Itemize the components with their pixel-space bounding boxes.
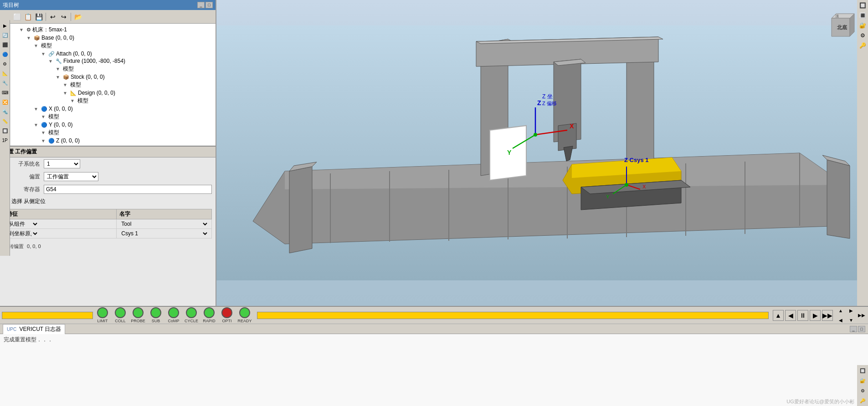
log-title-buttons: _ □ (850, 326, 865, 332)
indicator-probe[interactable]: PROBE (130, 307, 146, 323)
expand-machine[interactable]: ▼ (19, 27, 26, 32)
sidebar-icon-9[interactable]: 🔀 (0, 97, 10, 107)
indicator-coll[interactable]: COLL (112, 307, 128, 323)
toolbar-sep-1 (46, 13, 46, 21)
sidebar-icon-12[interactable]: 🔲 (0, 126, 10, 135)
indicator-coll-circle (115, 307, 126, 318)
indicator-sub-circle (150, 307, 161, 318)
transport-rewind[interactable]: ▲ (773, 310, 784, 321)
right-icon-5[interactable]: 🔑 (858, 41, 867, 50)
config-row-subsystem: 子系统名 1 (0, 157, 216, 170)
log-right-icon-2[interactable]: 🔐 (858, 376, 867, 385)
indicator-sub-label: SUB (152, 319, 160, 323)
sidebar-icon-7[interactable]: 🔧 (0, 78, 10, 87)
right-pb-icon-5[interactable]: ▶▶ (857, 311, 866, 320)
right-icon-3[interactable]: 🔐 (858, 21, 867, 30)
toolbar-undo[interactable]: ↩ (48, 12, 58, 22)
tree-item-model5[interactable]: ▼ 模型 (12, 112, 215, 121)
subsystem-select[interactable]: 1 (44, 159, 80, 168)
svg-marker-14 (827, 160, 850, 239)
svg-text:Z Csys 1: Z Csys 1 (624, 157, 648, 163)
offset-select[interactable]: 工作偏置 (44, 172, 98, 181)
indicator-opti[interactable]: OPTI (219, 307, 235, 323)
indicator-limit[interactable]: LIMIT (94, 307, 111, 323)
right-icon-2[interactable]: 🔳 (858, 11, 867, 20)
sidebar-icon-4[interactable]: 🔵 (0, 50, 10, 59)
sidebar-icon-6[interactable]: 📐 (0, 69, 10, 78)
tree-item-design[interactable]: ▼ 📐 Design (0, 0, 0) (12, 89, 215, 96)
tree-item-machine[interactable]: ▼ ⚙ 机床：5max-1 (12, 25, 215, 34)
log-message: 完成重置模型．．． (4, 336, 53, 343)
toolbar-folder[interactable]: 📂 (73, 12, 83, 22)
minimize-button[interactable]: _ (197, 2, 205, 8)
log-right-icon-1[interactable]: 🔲 (858, 366, 867, 375)
right-pb-icon-4[interactable]: ▼ (847, 315, 856, 325)
right-pb-icon-2[interactable]: ◀ (836, 315, 845, 325)
tree-item-attach[interactable]: ▼ 🔗 Attach (0, 0, 0) (12, 50, 215, 57)
origin-value-select[interactable]: Csys 1 (119, 230, 209, 237)
component-select[interactable]: 从组件 (7, 220, 39, 228)
indicator-cycle[interactable]: CYCLE (183, 307, 200, 323)
log-tab-label: VERICUT 日志器 (19, 326, 61, 332)
svg-text:X: X (570, 122, 574, 130)
right-playback-icons: ▲ ◀ (836, 306, 845, 325)
indicator-comp[interactable]: CoMP (165, 307, 182, 323)
bottom-area: LIMIT COLL PROBE SUB CoMP CYCLE (0, 306, 868, 406)
viewport-3d[interactable]: Z X Y Z 坐 Z 偏移 Z Csys 1 X Y (216, 0, 868, 306)
sidebar-icon-11[interactable]: 📏 (0, 117, 10, 126)
toolbar-open[interactable]: 📋 (23, 12, 33, 22)
register-input[interactable] (44, 185, 212, 194)
tree-item-base[interactable]: ▼ 📦 Base (0, 0, 0) (12, 34, 215, 41)
toolbar-new[interactable]: ⬜ (12, 12, 22, 22)
tree-item-model1[interactable]: ▼ 模型 (12, 41, 215, 50)
tree-item-model6[interactable]: ▼ 模型 (12, 128, 215, 137)
component-value-select[interactable]: Tool (119, 220, 209, 228)
right-pb-icon-1[interactable]: ▲ (836, 306, 845, 315)
toolbar-sep-2 (71, 13, 71, 21)
tree-item-y[interactable]: ▼ 🔵 Y (0, 0, 0) (12, 121, 215, 128)
tree-item-model2[interactable]: ▼ 模型 (12, 65, 215, 73)
tree-item-stock[interactable]: ▼ 📦 Stock (0, 0, 0) (12, 73, 215, 81)
right-icon-4[interactable]: ⚙ (858, 31, 867, 40)
table-cell-component-label: 从组件 (4, 219, 117, 229)
indicator-cycle-label: CYCLE (185, 319, 198, 323)
log-tab-vericut[interactable]: UPC VERICUT 日志器 (3, 324, 65, 334)
origin-select[interactable]: 到坐标原点 (7, 230, 39, 237)
right-pb-icon-3[interactable]: ▶ (847, 306, 856, 315)
tree-item-model3[interactable]: ▼ 模型 (12, 81, 215, 89)
playback-bar: LIMIT COLL PROBE SUB CoMP CYCLE (0, 306, 868, 324)
indicator-rapid[interactable]: RAPID (201, 307, 217, 323)
nav-cube-svg: 北底 顶 (822, 9, 859, 46)
tree-item-z[interactable]: ▼ 🔵 Z (0, 0, 0) (12, 137, 215, 144)
progress-bar-left[interactable] (2, 312, 93, 319)
nav-cube[interactable]: 北底 顶 (822, 9, 859, 46)
sidebar-icon-13[interactable]: 1P (0, 136, 10, 145)
sidebar-icon-3[interactable]: ⬛ (0, 40, 10, 49)
log-minimize-btn[interactable]: _ (850, 326, 857, 332)
transport-pause[interactable]: ⏸ (797, 310, 808, 321)
log-right-icon-3[interactable]: ⚙ (858, 386, 867, 395)
progress-bar-main[interactable] (257, 312, 769, 319)
sidebar-icon-10[interactable]: 🔩 (0, 107, 10, 116)
transport-end[interactable]: ▶▶ (822, 310, 833, 321)
log-right-icon-4[interactable]: 🔑 (858, 396, 867, 405)
toolbar-save[interactable]: 💾 (34, 12, 44, 22)
log-restore-btn[interactable]: □ (858, 326, 865, 332)
transport-prev[interactable]: ◀ (785, 310, 796, 321)
config-table-container: 特征 名字 从组件 (0, 207, 216, 240)
restore-button[interactable]: □ (205, 2, 213, 8)
tree-item-x[interactable]: ▼ 🔵 X (0, 0, 0) (12, 105, 215, 112)
right-icon-1[interactable]: 🔲 (858, 1, 867, 10)
svg-text:顶: 顶 (835, 14, 839, 18)
sidebar-icon-2[interactable]: 🔄 (0, 30, 10, 40)
indicator-ready[interactable]: READY (236, 307, 253, 323)
sidebar-icon-8[interactable]: ⌨ (0, 88, 10, 97)
sidebar-icon-1[interactable]: ▶ (0, 21, 10, 30)
toolbar-redo[interactable]: ↪ (59, 12, 69, 22)
tree-item-model4[interactable]: ▼ 模型 (12, 96, 215, 105)
tree-item-fixture[interactable]: ▼ 🔧 Fixture (1000, -800, -854) (12, 57, 215, 65)
sidebar-icon-5[interactable]: ⚙ (0, 59, 10, 68)
indicator-opti-circle (221, 307, 232, 318)
transport-play[interactable]: ▶ (810, 310, 821, 321)
indicator-sub[interactable]: SUB (148, 307, 164, 323)
